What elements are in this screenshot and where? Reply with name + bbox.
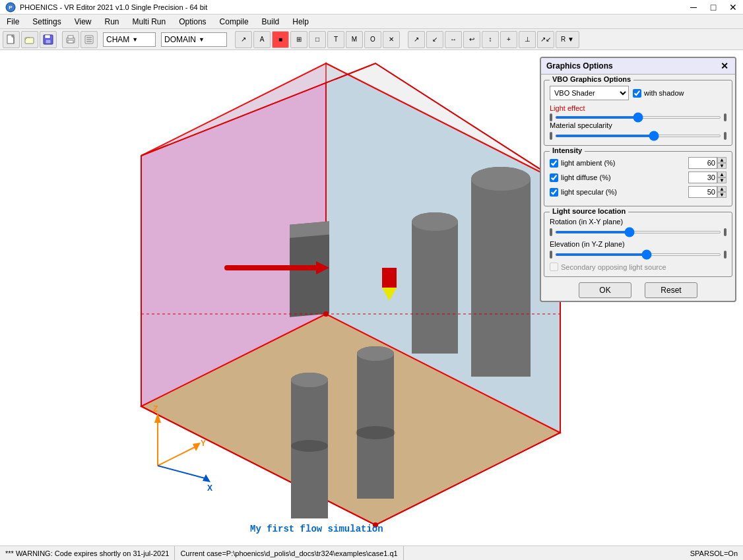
tb-select-button[interactable]: ↗ [235,31,252,48]
tb-cursor1-button[interactable]: ↗ [408,31,425,48]
specular-down-btn[interactable]: ▼ [717,192,727,198]
ambient-checkbox[interactable] [550,159,558,168]
light-effect-slider-row [550,113,727,121]
diffuse-spinner[interactable]: ▲ ▼ [717,171,727,183]
tb-pan-button[interactable]: ↔ [445,31,462,48]
viewport[interactable]: Z Y X My first flow simulation Graphics … [0,50,743,545]
svg-point-44 [323,311,329,317]
material-specularity-slider[interactable] [555,135,721,137]
cham-value: CHAM [106,35,129,44]
tb-square-button[interactable]: □ [309,31,326,48]
minimize-button[interactable]: ─ [684,0,703,15]
menu-build[interactable]: Build [255,15,286,28]
secondary-label[interactable]: Secondary opposing light source [550,263,727,271]
graphics-options-panel: Graphics Options ✕ VBO Graphics Options … [540,57,736,302]
menu-options[interactable]: Options [172,15,212,28]
tb-settings-button[interactable] [81,31,98,48]
mat-slider-left-dot [550,132,552,140]
tb-R-button[interactable]: R ▼ [556,31,579,48]
tb-red-button[interactable]: ■ [272,31,289,48]
menu-run[interactable]: Run [98,15,126,28]
tb-measure-button[interactable]: ⊥ [519,31,536,48]
specular-up-btn[interactable]: ▲ [717,186,727,192]
svg-rect-10 [68,36,73,38]
tb-rotatez-button[interactable]: ↕ [482,31,499,48]
cham-arrow-icon: ▼ [132,36,138,43]
ambient-input[interactable] [688,157,717,169]
domain-value: DOMAIN [164,35,196,44]
vbo-shader-select[interactable]: VBO Shader Basic Shader No Shader [550,86,629,100]
diffuse-label[interactable]: light diffuse (%) [550,173,688,182]
svg-text:Y: Y [201,439,206,448]
elev-slider-left-dot [550,251,552,259]
tb-save-button[interactable] [40,31,57,48]
elevation-slider[interactable] [555,253,721,256]
specular-label[interactable]: light specular (%) [550,188,688,197]
secondary-checkbox[interactable] [550,263,558,271]
close-button[interactable]: ✕ [723,0,743,15]
title-text: PHOENICS - VR Editor 2021 v1.0 Single Pr… [20,3,207,11]
status-case: Current case=P:\phoenics\d_polis\d_docs\… [175,546,403,560]
status-bar: *** WARNING: Code expires shortly on 31-… [0,545,743,560]
tb-fitall-button[interactable]: ↗↙ [537,31,554,48]
ambient-down-btn[interactable]: ▼ [717,163,727,169]
menu-help[interactable]: Help [286,15,315,28]
svg-text:P: P [9,5,13,11]
tb-grid-button[interactable]: ⊞ [290,31,307,48]
svg-rect-24 [471,179,531,377]
tb-open-button[interactable] [21,31,38,48]
menu-bar: File Settings View Run Multi Run Options… [0,15,743,29]
title-bar: P PHOENICS - VR Editor 2021 v1.0 Single … [0,0,743,15]
tb-zoomin-button[interactable]: + [500,31,517,48]
panel-buttons: OK Reset [544,282,732,298]
panel-title: Graphics Options [546,61,613,71]
svg-rect-8 [46,40,51,44]
elev-slider-right-dot [724,251,727,259]
reset-button[interactable]: Reset [645,282,697,298]
menu-view[interactable]: View [68,15,98,28]
diffuse-down-btn[interactable]: ▼ [717,177,727,183]
specular-spinner[interactable]: ▲ ▼ [717,186,727,198]
domain-arrow-icon: ▼ [199,36,205,43]
tb-text-button[interactable]: T [327,31,344,48]
tb-print-button[interactable] [62,31,79,48]
ambient-label[interactable]: light ambient (%) [550,159,688,168]
tb-x-button[interactable]: ✕ [383,31,400,48]
cham-dropdown[interactable]: CHAM ▼ [103,32,156,47]
tb-A-button[interactable]: A [253,31,271,48]
svg-text:X: X [207,483,212,493]
tb-M-button[interactable]: M [346,31,363,48]
menu-file[interactable]: File [0,15,26,28]
rotation-slider[interactable] [555,231,721,233]
with-shadow-checkbox[interactable] [633,89,641,98]
domain-dropdown[interactable]: DOMAIN ▼ [161,32,227,47]
tb-rotate-button[interactable]: ↩ [463,31,480,48]
intensity-group: Intensity light ambient (%) ▲ ▼ l [544,151,732,206]
diffuse-input[interactable] [688,171,717,183]
svg-text:Z: Z [153,404,158,414]
rot-slider-left-dot [550,228,552,236]
ok-button[interactable]: OK [579,282,631,298]
tb-O-button[interactable]: O [364,31,381,48]
rot-slider-right-dot [724,228,727,236]
diffuse-up-btn[interactable]: ▲ [717,171,727,177]
elevation-label: Elevation (in Y-Z plane) [550,240,727,248]
ambient-up-btn[interactable]: ▲ [717,157,727,163]
svg-point-25 [471,167,531,191]
specular-checkbox[interactable] [550,188,558,197]
maximize-button[interactable]: □ [703,0,723,15]
menu-multi-run[interactable]: Multi Run [126,15,173,28]
menu-compile[interactable]: Compile [213,15,255,28]
diffuse-checkbox[interactable] [550,173,558,182]
secondary-row: Secondary opposing light source [550,263,727,271]
menu-settings[interactable]: Settings [26,15,67,28]
material-slider-row [550,132,727,140]
ambient-spinner[interactable]: ▲ ▼ [717,157,727,169]
panel-close-button[interactable]: ✕ [719,61,730,71]
with-shadow-label[interactable]: with shadow [633,89,684,98]
tb-cursor2-button[interactable]: ↙ [426,31,443,48]
light-effect-slider[interactable] [555,116,721,119]
ambient-row: light ambient (%) ▲ ▼ [550,157,727,169]
tb-new-button[interactable] [3,31,20,48]
specular-input[interactable] [688,186,717,198]
